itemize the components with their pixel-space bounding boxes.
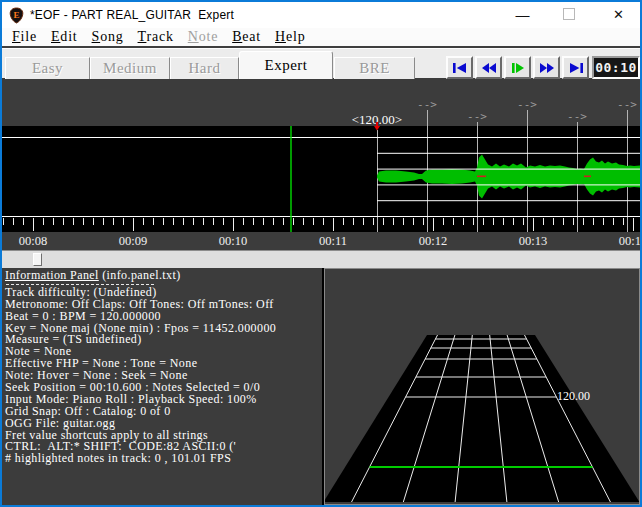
- rewind-icon: [481, 62, 497, 74]
- difficulty-tab-row: 00:10 EasyMediumHardExpertBRE: [2, 48, 640, 78]
- ruler-time-label: 00:12: [419, 234, 447, 248]
- ruler-time-label: 00:08: [19, 234, 47, 248]
- bpm-label-3d: 120.00: [557, 389, 590, 403]
- maximize-button[interactable]: [546, 2, 591, 28]
- ruler-time-label: 00:11: [319, 234, 347, 248]
- ruler-tick-band: [2, 218, 640, 232]
- svg-text:E: E: [13, 10, 19, 20]
- play-icon: [510, 62, 526, 74]
- menu-item-file[interactable]: File: [12, 29, 37, 45]
- time-display: 00:10: [592, 56, 640, 79]
- transport-controls: [446, 56, 591, 79]
- info-panel-heading: Information Panel (info.panel.txt): [5, 270, 322, 282]
- window-title: *EOF - PART REAL_GUITAR Expert: [30, 8, 234, 22]
- tab-hard[interactable]: Hard: [170, 57, 239, 79]
- beat-drag-arrow-icon[interactable]: -->: [417, 98, 437, 111]
- ruler-time-label: 00:10: [219, 234, 247, 248]
- ruler-time-label: 00:13: [519, 234, 547, 248]
- eof-window: E *EOF - PART REAL_GUITAR Expert — ✕ Fil…: [0, 0, 642, 507]
- ruler-time-label: 00:14: [619, 234, 640, 248]
- bottom-panels: Information Panel (info.panel.txt)Track …: [2, 268, 640, 505]
- horizontal-scrollbar[interactable]: [2, 250, 640, 268]
- beat-marker-strip: [2, 78, 640, 126]
- skip-back-icon: [452, 62, 468, 74]
- rewind-button[interactable]: [475, 56, 502, 79]
- skip-forward-icon: [568, 62, 584, 74]
- seek-end-button[interactable]: [562, 56, 589, 79]
- close-button[interactable]: ✕: [596, 2, 641, 28]
- info-line: # highlighted notes in track: 0 , 101.01…: [5, 453, 322, 465]
- tab-easy[interactable]: Easy: [5, 57, 90, 79]
- seek-start-button[interactable]: [446, 56, 473, 79]
- beat-drag-arrow-icon[interactable]: -->: [567, 110, 587, 123]
- tab-bre[interactable]: BRE: [334, 57, 415, 79]
- menu-bar: FileEditSongTrackNoteBeatHelp: [2, 28, 640, 46]
- menu-item-edit[interactable]: Edit: [51, 29, 78, 45]
- eof-app-icon: E: [9, 7, 24, 24]
- fretboard-3d-view: 120.00: [325, 269, 639, 502]
- ruler-time-label: 00:09: [119, 234, 147, 248]
- menu-item-beat[interactable]: Beat: [232, 29, 261, 45]
- menu-item-track[interactable]: Track: [138, 29, 174, 45]
- information-panel: Information Panel (info.panel.txt)Track …: [2, 268, 322, 505]
- tab-expert[interactable]: Expert: [239, 51, 333, 79]
- preview-3d-panel[interactable]: 120.00: [324, 268, 640, 505]
- maximize-icon: [563, 8, 575, 20]
- scrollbar-thumb[interactable]: [33, 253, 42, 266]
- fast-forward-icon: [539, 62, 555, 74]
- menu-item-song[interactable]: Song: [92, 29, 124, 45]
- beat-drag-arrow-icon[interactable]: -->: [617, 98, 637, 111]
- tab-medium[interactable]: Medium: [90, 57, 170, 79]
- play-button[interactable]: [504, 56, 531, 79]
- waveform-clip-mark: [584, 176, 591, 178]
- menu-item-note: Note: [188, 29, 218, 45]
- waveform-clip-mark: [477, 176, 486, 178]
- forward-button[interactable]: [533, 56, 560, 79]
- menu-item-help[interactable]: Help: [275, 29, 305, 45]
- piano-roll-editor[interactable]: <120.00>-->-->-->-->-->00:0800:0900:1000…: [2, 78, 640, 250]
- beat-anchor-arrow-icon: [376, 122, 378, 127]
- titlebar: E *EOF - PART REAL_GUITAR Expert — ✕: [2, 2, 640, 28]
- minimize-button[interactable]: —: [500, 2, 545, 28]
- beat-drag-arrow-icon[interactable]: -->: [517, 98, 537, 111]
- beat-drag-arrow-icon[interactable]: -->: [467, 110, 487, 123]
